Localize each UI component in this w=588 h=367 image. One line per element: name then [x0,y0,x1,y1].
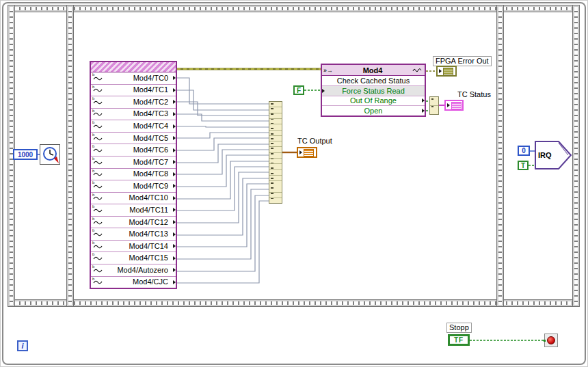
io-channel-row[interactable]: Mod4/TC3 [91,108,176,120]
io-channel-label: Mod4/TC2 [103,98,174,106]
fpga-error-out-indicator[interactable] [436,66,457,77]
io-channel-row[interactable]: Mod4/TC5 [91,132,176,144]
io-channel-label: Mod4/TC10 [103,194,174,202]
method-node-header: »→ Mod4 [322,65,425,76]
waveform-icon [412,67,423,73]
tc-output-indicator[interactable] [297,147,317,158]
waveform-icon [93,135,103,141]
io-channel-label: Mod4/TC8 [103,170,174,178]
wait-on-irq-node[interactable]: IRQ [533,139,574,172]
method-class-name: Mod4 [333,66,412,74]
loop-timer-icon[interactable] [40,144,60,165]
io-channel-label: Mod4/TC14 [103,243,174,250]
output-terminal-icon [173,160,176,164]
io-channel-row[interactable]: Mod4/TC7 [91,156,176,168]
loop-iteration-terminal[interactable]: i [17,340,28,351]
method-output-label: Out Of Range [350,96,397,105]
io-channel-row[interactable]: Mod4/TC0 [91,72,176,84]
waveform-icon [93,195,103,201]
refnum-in-icon: »→ [323,67,333,74]
input-terminal-icon [322,89,325,93]
output-terminal-icon [173,208,176,212]
sequence-border-top[interactable] [8,5,576,12]
method-output-out-of-range[interactable]: Out Of Range [322,96,425,106]
io-channel-row[interactable]: Mod4/TC14 [91,240,176,252]
stop-label[interactable]: Stopp [446,323,472,333]
irq-node-label: IRQ [538,151,552,159]
io-channel-row[interactable]: Mod4/TC15 [91,252,176,264]
output-terminal-icon [173,76,176,80]
waveform-icon [93,75,103,81]
io-node-header [91,62,176,72]
waveform-icon [93,243,103,249]
io-channel-label: Mod4/TC13 [103,230,174,238]
io-channel-label: Mod4/Autozero [103,267,174,274]
io-channel-row[interactable]: Mod4/TC13 [91,228,176,240]
output-terminal-icon [422,109,425,113]
output-terminal-icon [173,88,176,92]
io-channel-label: Mod4/TC4 [103,122,174,130]
io-channel-row[interactable]: Mod4/Autozero [91,264,176,276]
output-terminal-icon [173,244,176,248]
sequence-border-bottom[interactable] [8,299,576,307]
output-terminal-icon [173,100,176,104]
method-output-label: Open [364,107,383,115]
waveform-icon [93,219,103,226]
io-channel-label: Mod4/TC12 [103,219,174,226]
io-channel-row[interactable]: Mod4/TC12 [91,216,176,228]
io-channel-row[interactable]: Mod4/TC2 [91,96,176,108]
false-boolean-constant[interactable]: F [293,85,304,95]
io-channel-row[interactable]: Mod4/TC9 [91,180,176,192]
output-terminal-icon [173,268,176,272]
method-input-force-status-read[interactable]: Force Status Read [322,85,425,96]
io-channel-label: Mod4/TC9 [103,182,174,190]
output-terminal-icon [173,196,176,200]
io-channel-label: Mod4/CJC [103,278,174,286]
output-terminal-icon [173,220,176,224]
waveform-icon [93,99,103,105]
loop-timer-constant[interactable]: 1000 [13,149,38,160]
tc-status-indicator[interactable] [444,100,464,111]
io-channel-label: Mod4/TC7 [103,159,174,166]
output-terminal-icon [173,280,176,284]
fpga-io-node[interactable]: Mod4/TC0 Mod4/TC1 Mod4/TC2 Mod4/TC3 Mod4… [90,61,177,289]
io-channel-row[interactable]: Mod4/TC8 [91,168,176,180]
tc-status-label: TC Status [457,90,491,99]
output-terminal-icon [422,98,425,103]
io-channel-label: Mod4/TC0 [103,74,174,82]
build-array-2-node[interactable] [429,96,439,115]
clock-icon [40,145,59,164]
sequence-frame-divider-2[interactable] [496,5,504,307]
tc-output-label: TC Output [297,137,332,146]
invoke-method-node[interactable]: »→ Mod4 Check Cached Status Force Status… [321,64,426,117]
io-channel-label: Mod4/TC15 [103,254,174,262]
waveform-icon [93,183,103,189]
io-channel-row[interactable]: Mod4/TC10 [91,192,176,204]
irq-number-constant[interactable]: 0 [518,146,530,156]
waveform-icon [93,267,103,273]
waveform-icon [93,147,103,153]
waveform-icon [93,159,103,165]
waveform-icon [93,279,103,285]
indicator-arrow-icon [447,103,450,107]
loop-condition-stop-button[interactable] [544,334,558,347]
labview-block-diagram: 1000 Mod4/TC0 Mod4/TC1 Mod4/TC2 Mod4/TC3… [0,0,588,367]
method-name-row[interactable]: Check Cached Status [322,76,425,85]
io-channel-label: Mod4/TC5 [103,135,174,142]
io-channel-label: Mod4/TC3 [103,110,174,118]
io-channel-row[interactable]: Mod4/TC1 [91,84,176,96]
io-channel-row[interactable]: Mod4/TC11 [91,204,176,216]
stop-boolean-terminal[interactable]: TF [448,334,470,346]
sequence-frame-divider-1[interactable] [66,5,74,307]
array-data-icon [304,149,314,157]
io-channel-row[interactable]: Mod4/TC4 [91,120,176,132]
waveform-icon [93,87,103,93]
method-output-open[interactable]: Open [322,105,425,115]
io-channel-row[interactable]: Mod4/CJC [91,276,176,288]
fpga-error-out-label[interactable]: FPGA Error Out [433,56,492,66]
build-array-node[interactable] [269,101,282,204]
waveform-icon [93,171,103,177]
output-terminal-icon [173,148,176,152]
irq-enable-constant[interactable]: T [518,161,529,170]
io-channel-row[interactable]: Mod4/TC6 [91,144,176,156]
